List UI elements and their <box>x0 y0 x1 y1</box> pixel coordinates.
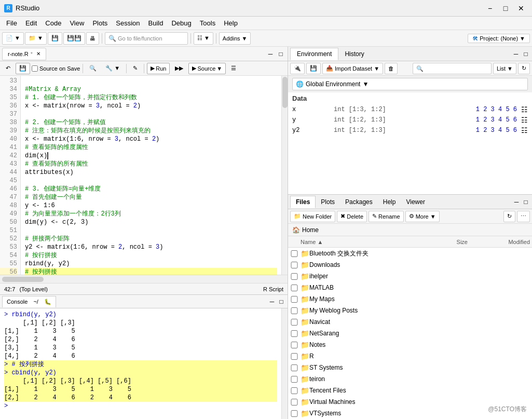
file-row[interactable]: 📁 Tencent Files <box>288 385 532 396</box>
menu-tools[interactable]: Tools <box>196 18 220 28</box>
console-content[interactable]: > rbind(y, y2) [,1] [,2] [,3] [1,] 1 3 5… <box>0 308 281 419</box>
project-badge[interactable]: 🛠 Project: (None) ▼ <box>468 34 530 43</box>
files-tab-help[interactable]: Help <box>378 196 401 208</box>
editor-scrollbar-x[interactable] <box>0 275 288 283</box>
more-files-button[interactable]: ⚙ More ▼ <box>405 211 440 222</box>
maximize-button[interactable]: □ <box>499 4 512 13</box>
load-workspace-button[interactable]: 🔌 <box>290 63 305 74</box>
menu-session[interactable]: Session <box>112 18 144 28</box>
maximize-files-button[interactable]: □ <box>522 198 530 206</box>
file-row[interactable]: 📁 ST Systems <box>288 362 532 373</box>
maximize-console-button[interactable]: □ <box>277 298 285 306</box>
header-name[interactable]: Name ▲ <box>301 239 436 245</box>
files-tab-plots[interactable]: Plots <box>316 196 340 208</box>
source-on-save-checkbox[interactable] <box>32 65 38 72</box>
code-area[interactable]: 33 34 35 36 37 38 39 40 41 42 43 44 <box>0 76 288 294</box>
maximize-env-button[interactable]: □ <box>522 50 530 58</box>
menu-build[interactable]: Build <box>144 18 168 28</box>
save-all-button[interactable]: 💾💾 <box>63 32 85 45</box>
new-folder-button[interactable]: 📁 New Folder <box>290 211 335 222</box>
editor-scrollbar-y[interactable] <box>281 76 288 275</box>
minimize-files-button[interactable]: ─ <box>512 198 521 206</box>
file-checkbox[interactable] <box>290 399 298 406</box>
var-x-grid-icon[interactable]: ☷ <box>521 105 528 114</box>
editor-tab-r-note[interactable]: r-note.R * ✕ <box>2 48 46 60</box>
console-scrollbar-y[interactable] <box>281 308 288 419</box>
import-dataset-button[interactable]: 📥 Import Dataset ▼ <box>322 63 383 74</box>
files-tab-files[interactable]: Files <box>290 196 316 208</box>
clear-env-button[interactable]: 🗑 <box>385 63 398 74</box>
goto-file-input[interactable]: 🔍 Go to file/function <box>105 32 188 45</box>
open-file-button[interactable]: 📁 ▼ <box>25 32 47 45</box>
file-checkbox[interactable] <box>290 319 298 326</box>
menu-code[interactable]: Code <box>41 18 65 28</box>
file-row[interactable]: 📁 teiron <box>288 373 532 385</box>
file-checkbox[interactable] <box>290 285 298 291</box>
new-file-button[interactable]: 📄 ▼ <box>2 32 24 45</box>
file-row[interactable]: 📁 Bluetooth 交换文件夹 <box>288 248 532 259</box>
grid-button[interactable]: ☷ ▼ <box>194 32 213 45</box>
file-checkbox[interactable] <box>290 387 298 394</box>
minimize-editor-button[interactable]: ─ <box>266 49 275 59</box>
file-row[interactable]: 📁 Notes <box>288 339 532 350</box>
env-tab-environment[interactable]: Environment <box>290 48 338 60</box>
list-view-button[interactable]: List ▼ <box>493 63 516 74</box>
more-editor-button[interactable]: ☰ <box>227 63 240 74</box>
header-size[interactable]: Size <box>436 239 468 245</box>
file-row[interactable]: 📁 Navicat <box>288 316 532 328</box>
refresh-files-button[interactable]: ↻ <box>503 211 515 222</box>
menu-view[interactable]: View <box>65 18 88 28</box>
header-modified[interactable]: Modified <box>468 239 530 245</box>
files-tab-viewer[interactable]: Viewer <box>401 196 430 208</box>
file-row[interactable]: 📁 R <box>288 350 532 362</box>
file-row[interactable]: 📁 MATLAB <box>288 282 532 293</box>
env-search-input[interactable] <box>413 63 492 74</box>
console-tab[interactable]: Console ~/ 🐛 <box>2 296 56 307</box>
file-row[interactable]: 📁 NetSarang <box>288 328 532 339</box>
menu-plots[interactable]: Plots <box>88 18 112 28</box>
file-checkbox[interactable] <box>290 342 298 348</box>
file-checkbox[interactable] <box>290 330 298 337</box>
file-checkbox[interactable] <box>290 410 298 417</box>
file-checkbox[interactable] <box>290 273 298 280</box>
file-checkbox[interactable] <box>290 364 298 371</box>
files-tab-packages[interactable]: Packages <box>340 196 378 208</box>
print-button[interactable]: 🖶 <box>86 32 99 45</box>
maximize-editor-button[interactable]: □ <box>276 49 285 59</box>
file-checkbox[interactable] <box>290 376 298 383</box>
menu-edit[interactable]: Edit <box>21 18 41 28</box>
file-row[interactable]: 📁 My Weblog Posts <box>288 305 532 316</box>
menu-debug[interactable]: Debug <box>167 18 195 28</box>
rename-file-button[interactable]: ✎ Rename <box>369 211 404 222</box>
save-workspace-button[interactable]: 💾 <box>306 63 321 74</box>
minimize-button[interactable]: − <box>483 4 497 13</box>
run-all-button[interactable]: ▶▶ <box>171 63 187 74</box>
undo-button[interactable]: ↶ <box>2 63 14 74</box>
file-row[interactable]: 📁 Downloads <box>288 259 532 271</box>
addins-button[interactable]: Addins ▼ <box>219 32 251 45</box>
delete-file-button[interactable]: ✖ Delete <box>337 211 367 222</box>
env-tab-history[interactable]: History <box>338 48 370 60</box>
save-editor-button[interactable]: 💾 <box>16 63 30 74</box>
run-button[interactable]: ▶ Run <box>147 63 170 74</box>
file-row[interactable]: 📁 ihelper <box>288 271 532 282</box>
menu-help[interactable]: Help <box>220 18 242 28</box>
global-env-selector[interactable]: 🌐 Global Environment ▼ <box>292 78 528 90</box>
code-editor[interactable]: #Matrix & Array # 1. 创建一个矩阵，并指定行数和列数 x <… <box>21 76 281 275</box>
code-tools-button[interactable]: 🔧 ▼ <box>102 63 124 74</box>
refresh-env-button[interactable]: ↻ <box>518 63 530 74</box>
minimize-env-button[interactable]: ─ <box>512 50 520 58</box>
source-button[interactable]: ▶ Source ▼ <box>188 63 226 74</box>
source-on-save-label[interactable]: Source on Save <box>32 65 80 72</box>
file-checkbox[interactable] <box>290 296 298 303</box>
file-checkbox[interactable] <box>290 262 298 268</box>
var-y2-grid-icon[interactable]: ☷ <box>521 126 528 135</box>
minimize-console-button[interactable]: ─ <box>268 298 276 306</box>
tab-close-icon[interactable]: ✕ <box>36 51 40 57</box>
save-button[interactable]: 💾 <box>48 32 62 45</box>
file-row[interactable]: 📁 My Maps <box>288 293 532 305</box>
file-checkbox[interactable] <box>290 307 298 314</box>
close-button[interactable]: ✕ <box>514 4 528 13</box>
var-y-grid-icon[interactable]: ☷ <box>521 116 528 125</box>
menu-file[interactable]: File <box>2 18 21 28</box>
